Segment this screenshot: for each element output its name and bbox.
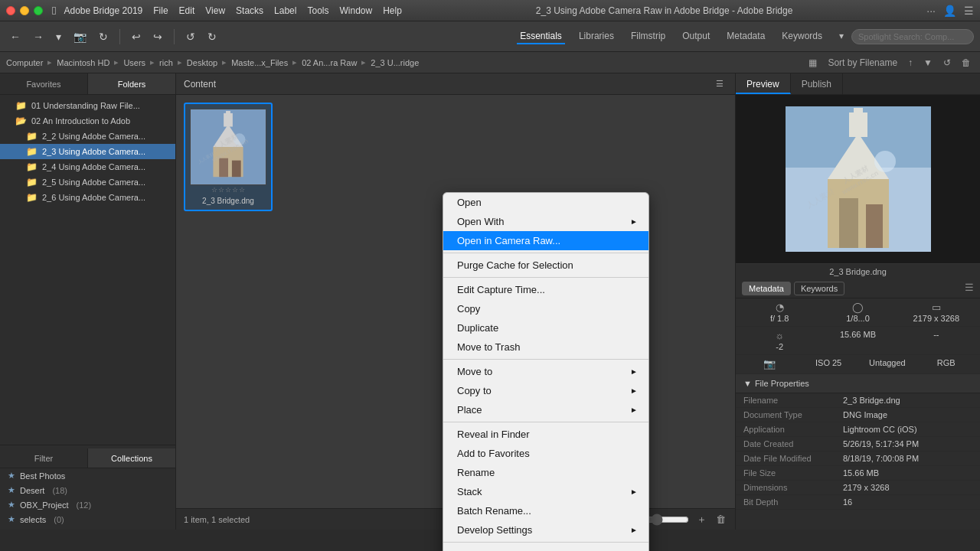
dropdown-button[interactable]: ▾: [52, 28, 65, 45]
tab-libraries[interactable]: Libraries: [576, 29, 617, 44]
breadcrumb-users[interactable]: Users: [123, 58, 145, 67]
ctx-duplicate[interactable]: Duplicate: [443, 318, 648, 337]
exif-rgb: RGB: [920, 358, 972, 370]
refresh-button[interactable]: ↻: [95, 28, 112, 45]
tab-folders[interactable]: Folders: [88, 73, 175, 94]
ctx-open-with[interactable]: Open With ►: [443, 212, 648, 231]
apple-menu[interactable]: : [52, 4, 56, 17]
thumbnail-item-bridge[interactable]: 人人素材 人人素材www.rrsc.cn ☆☆☆☆☆ 2_3 Bridge.dn…: [184, 103, 273, 211]
metadata-tab-btn[interactable]: Metadata: [742, 282, 791, 295]
file-properties-header[interactable]: ▼ File Properties: [736, 374, 980, 393]
breadcrumb-master[interactable]: Maste...x_Files: [231, 58, 288, 67]
forward-button[interactable]: →: [29, 28, 47, 45]
thumbnail-image: 人人素材 人人素材www.rrsc.cn: [190, 109, 266, 185]
breadcrumb-02[interactable]: 02 An...ra Raw: [302, 58, 357, 67]
content-header-right: ☰: [712, 77, 727, 91]
more-icon[interactable]: ···: [926, 5, 936, 17]
breadcrumb-current[interactable]: 2_3 U...ridge: [371, 58, 419, 67]
zoom-slider[interactable]: [643, 514, 689, 526]
tab-filter[interactable]: Filter: [0, 448, 88, 468]
menu-file[interactable]: File: [153, 5, 168, 16]
bc-asc-btn[interactable]: ↑: [905, 56, 916, 70]
folder-item-22[interactable]: 📁 2_2 Using Adobe Camera...: [0, 129, 175, 144]
ctx-copy-to[interactable]: Copy to ►: [443, 381, 648, 400]
ctx-add-favorites[interactable]: Add to Favorites: [443, 444, 648, 463]
menu-view[interactable]: View: [205, 5, 225, 16]
breadcrumb-desktop[interactable]: Desktop: [187, 58, 217, 67]
menu-edit[interactable]: Edit: [179, 5, 195, 16]
exif-iso: ISO 25: [802, 358, 855, 370]
ctx-purge-cache[interactable]: Purge Cache for Selection: [443, 256, 648, 275]
undo-button[interactable]: ↩: [128, 28, 145, 45]
folder-item-26[interactable]: 📁 2_6 Using Adobe Camera...: [0, 190, 175, 205]
ctx-develop-settings[interactable]: Develop Settings ►: [443, 520, 648, 540]
search-input[interactable]: [851, 29, 974, 44]
bc-sort-btn[interactable]: Sort by Filename: [825, 56, 900, 70]
ctx-copy[interactable]: Copy: [443, 299, 648, 318]
maximize-button[interactable]: [34, 6, 43, 15]
minimize-button[interactable]: [20, 6, 29, 15]
ctx-open[interactable]: Open: [443, 193, 648, 212]
user-icon[interactable]: 👤: [943, 5, 956, 17]
bc-delete-btn[interactable]: 🗑: [959, 56, 974, 70]
ctx-lock-item[interactable]: Lock Item: [443, 545, 648, 551]
menu-tools[interactable]: Tools: [307, 5, 328, 16]
breadcrumb-computer[interactable]: Computer: [6, 58, 43, 67]
breadcrumb-rich[interactable]: rich: [159, 58, 173, 67]
folder-item-23[interactable]: 📁 2_3 Using Adobe Camera...: [0, 144, 175, 159]
bc-filter-btn[interactable]: ▼: [920, 56, 936, 70]
collection-desert[interactable]: ★ Desert (18): [0, 483, 175, 497]
folder-item-24[interactable]: 📁 2_4 Using Adobe Camera...: [0, 159, 175, 174]
collection-selects[interactable]: ★ selects (0): [0, 512, 175, 527]
rotate-ccw-button[interactable]: ↺: [182, 28, 199, 45]
back-button[interactable]: ←: [6, 28, 24, 45]
folder-item-25[interactable]: 📁 2_5 Using Adobe Camera...: [0, 174, 175, 190]
close-button[interactable]: [6, 6, 15, 15]
folder-item-01[interactable]: 📁 01 Understanding Raw File...: [0, 98, 175, 113]
tab-essentials[interactable]: Essentials: [517, 29, 565, 44]
breadcrumb-hd[interactable]: Macintosh HD: [57, 58, 109, 67]
tab-collections[interactable]: Collections: [88, 448, 175, 468]
meta-row-dimensions: Dimensions 2179 x 3268: [736, 481, 980, 495]
collection-best-photos[interactable]: ★ Best Photos: [0, 468, 175, 483]
menu-label[interactable]: Label: [274, 5, 296, 16]
tab-metadata[interactable]: Metadata: [724, 29, 768, 44]
bc-rotate-btn[interactable]: ↺: [940, 56, 954, 70]
panel-tab-publish[interactable]: Publish: [791, 73, 843, 94]
meta-options-icon[interactable]: ☰: [965, 282, 974, 295]
menu-app[interactable]: Adobe Bridge 2019: [64, 5, 142, 16]
ctx-stack[interactable]: Stack ►: [443, 482, 648, 501]
camera-raw-button[interactable]: 📷: [70, 28, 90, 45]
rotate-cw-button[interactable]: ↻: [204, 28, 220, 45]
tab-filmstrip[interactable]: Filmstrip: [628, 29, 668, 44]
title-right: ··· 👤 ☰: [926, 5, 974, 17]
panel-tab-preview[interactable]: Preview: [736, 73, 791, 94]
tab-favorites[interactable]: Favorites: [0, 73, 88, 94]
tab-keywords[interactable]: Keywords: [779, 29, 825, 44]
bc-view-btn[interactable]: ▦: [805, 56, 820, 70]
folder-item-02[interactable]: 📂 02 An Introduction to Adob: [0, 113, 175, 129]
ctx-batch-rename[interactable]: Batch Rename...: [443, 501, 648, 520]
ctx-rename[interactable]: Rename: [443, 463, 648, 482]
ctx-reveal-finder[interactable]: Reveal in Finder: [443, 425, 648, 444]
thumbnail-label: 2_3 Bridge.dng: [202, 197, 254, 205]
ctx-place[interactable]: Place ►: [443, 400, 648, 419]
ctx-edit-capture[interactable]: Edit Capture Time...: [443, 280, 648, 299]
menu-icon[interactable]: ☰: [964, 5, 974, 17]
menu-stacks[interactable]: Stacks: [236, 5, 263, 16]
delete-btn[interactable]: 🗑: [714, 512, 727, 527]
content-menu-btn[interactable]: ☰: [712, 77, 727, 91]
menu-help[interactable]: Help: [383, 5, 402, 16]
ctx-open-camera-raw[interactable]: Open in Camera Raw...: [443, 231, 648, 250]
tab-output[interactable]: Output: [679, 29, 713, 44]
tab-more[interactable]: ▾: [836, 29, 847, 44]
keywords-tab-btn[interactable]: Keywords: [794, 282, 844, 295]
ctx-move-to[interactable]: Move to ►: [443, 362, 648, 381]
ctx-move-trash[interactable]: Move to Trash: [443, 337, 648, 357]
exif-row3: 📷 ISO 25 Untagged RGB: [736, 355, 980, 374]
exif-dash: --: [900, 330, 972, 351]
zoom-in-btn[interactable]: ＋: [695, 511, 708, 528]
collection-obx[interactable]: ★ OBX_Project (12): [0, 497, 175, 512]
menu-window[interactable]: Window: [339, 5, 372, 16]
redo-button[interactable]: ↪: [149, 28, 166, 45]
